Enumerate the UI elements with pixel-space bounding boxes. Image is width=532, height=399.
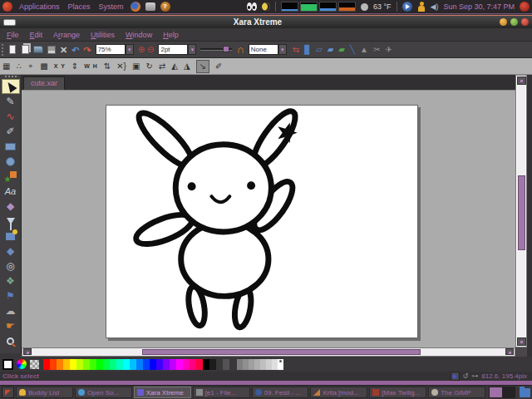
colour-swatch[interactable] — [237, 359, 243, 370]
blend-tool[interactable]: ❖ — [2, 273, 20, 288]
colour-swatch[interactable] — [57, 359, 63, 370]
snap-points-icon[interactable]: ∴ — [16, 62, 21, 71]
colour-swatch[interactable] — [90, 359, 96, 370]
colour-swatch[interactable] — [203, 359, 209, 370]
colour-swatch[interactable] — [96, 359, 103, 370]
maximize-button[interactable] — [510, 18, 518, 26]
layer-gallery-icon[interactable]: ▊ — [304, 45, 311, 55]
snap-magnet-icon[interactable]: ∩ — [236, 44, 244, 56]
vertical-scrollbar[interactable] — [515, 75, 527, 347]
feather-slider-knob[interactable] — [223, 46, 229, 52]
open-button[interactable] — [33, 46, 43, 53]
colour-swatch[interactable] — [116, 359, 123, 370]
horizontal-scroll-thumb[interactable] — [142, 349, 421, 355]
colour-swatch[interactable] — [63, 359, 70, 370]
bunny-drawing[interactable] — [106, 106, 417, 337]
task-button--max-twilig-[interactable]: [Max Twilig... — [369, 387, 426, 398]
fill-gallery-icon[interactable]: ▰ — [338, 45, 345, 55]
toolbar-grip[interactable] — [2, 44, 5, 56]
firefox-launcher-icon[interactable] — [131, 2, 140, 12]
colour-gallery-icon[interactable]: ⇆ — [293, 45, 299, 55]
save-button[interactable] — [47, 46, 56, 54]
bounds-icon[interactable]: ▣ — [132, 62, 140, 71]
mould-tool[interactable]: ⚑ — [2, 288, 20, 303]
memory-monitor[interactable] — [300, 2, 318, 12]
text-tool[interactable]: Aa — [2, 184, 20, 199]
colour-swatch[interactable] — [83, 359, 90, 370]
colour-swatch[interactable] — [196, 359, 203, 370]
line-width-dropdown-button[interactable]: ▾ — [188, 44, 196, 55]
colour-swatch[interactable] — [110, 359, 116, 370]
fill-style-combo[interactable]: ▾ — [249, 44, 287, 55]
fill-style-dropdown-button[interactable]: ▾ — [278, 44, 287, 55]
user-switcher-icon[interactable] — [417, 2, 426, 12]
colour-swatch[interactable] — [103, 359, 110, 370]
colour-swatch[interactable] — [76, 359, 83, 370]
zoom-adjust-icon-1[interactable]: ⊖ — [147, 45, 154, 55]
task-button-open-so-[interactable]: Open So... — [75, 387, 132, 398]
help-launcher-icon[interactable]: ? — [160, 2, 170, 12]
window-menu-icon[interactable] — [3, 19, 16, 26]
nudge-icon[interactable]: ⇄ — [159, 62, 165, 71]
panel-menu-applications[interactable]: Applications — [17, 2, 62, 11]
colour-editor-icon[interactable] — [17, 359, 27, 369]
colour-swatch[interactable] — [249, 359, 254, 370]
logout-icon[interactable] — [520, 2, 530, 12]
menubar-item-utilities[interactable]: Utilities — [91, 31, 115, 39]
colour-swatch[interactable] — [278, 359, 283, 370]
flip-horizontal-icon[interactable]: ◭ — [171, 62, 178, 71]
vertical-scroll-thumb[interactable] — [518, 175, 525, 250]
colour-swatch[interactable] — [243, 359, 249, 370]
task-button-buddy-list[interactable]: Buddy List — [16, 387, 73, 398]
colour-swatch[interactable] — [183, 359, 190, 370]
scroll-down-button[interactable] — [517, 337, 526, 346]
clipart-gallery-icon[interactable]: ▲ — [360, 45, 368, 55]
colour-swatch[interactable] — [272, 359, 278, 370]
media-player-applet-icon[interactable] — [402, 2, 412, 12]
export-gallery-icon[interactable]: ✈ — [385, 45, 392, 55]
size-arrows-icon[interactable]: ⇕ — [71, 62, 78, 71]
task-button-the-gimp[interactable]: The GIMP — [428, 387, 485, 398]
freehand-tool[interactable]: ✎ — [2, 94, 20, 109]
mail-launcher-icon[interactable] — [145, 2, 155, 11]
fragment-gallery-icon[interactable]: ✂ — [373, 45, 380, 55]
colour-swatch[interactable] — [170, 359, 176, 370]
line-width-input[interactable] — [158, 44, 188, 55]
document-page[interactable] — [106, 105, 418, 338]
quickshape-tool[interactable] — [2, 169, 20, 184]
selector-tool[interactable] — [2, 79, 20, 94]
workspace-2[interactable] — [502, 387, 515, 397]
line-width-combo[interactable]: ▾ — [158, 44, 196, 55]
disk-monitor[interactable] — [338, 2, 356, 12]
font-gallery-icon[interactable]: ▰ — [328, 45, 334, 55]
colour-swatch[interactable] — [50, 359, 57, 370]
menubar-item-help[interactable]: Help — [163, 31, 179, 39]
current-colour-swatch[interactable] — [2, 359, 13, 370]
document-tab[interactable]: cute.xar — [23, 76, 65, 90]
transparency-tool[interactable] — [2, 214, 20, 229]
shadow-tool[interactable] — [2, 229, 20, 244]
scale-line-widths-icon[interactable]: ↘ — [196, 60, 209, 73]
colour-swatch[interactable] — [209, 359, 216, 370]
horizontal-scrollbar[interactable] — [22, 347, 515, 357]
zoom-level-combo[interactable]: ▾ — [96, 44, 134, 55]
no-colour-swatch[interactable] — [30, 360, 39, 369]
distro-logo-icon[interactable] — [2, 2, 12, 12]
colour-swatch[interactable] — [254, 359, 260, 370]
colour-swatch[interactable] — [163, 359, 170, 370]
colour-swatch[interactable] — [266, 359, 272, 370]
close-button[interactable] — [521, 18, 529, 26]
menubar-item-edit[interactable]: Edit — [30, 31, 43, 39]
rectangle-tool[interactable] — [2, 139, 20, 154]
colour-swatch[interactable] — [123, 359, 130, 370]
redo-button[interactable]: ↷ — [83, 45, 91, 55]
feather-slider[interactable] — [200, 48, 232, 51]
scale-arrows-icon[interactable]: ⇅ — [104, 62, 111, 71]
panel-menu-places[interactable]: Places — [66, 2, 92, 11]
colour-swatch[interactable] — [43, 359, 50, 370]
task-button--e1-file-[interactable]: [e1 - File... — [193, 387, 250, 398]
menubar-item-arrange[interactable]: Arrange — [53, 31, 80, 39]
fill-style-input[interactable] — [249, 44, 278, 55]
flip-vertical-icon[interactable]: ◮ — [184, 62, 190, 71]
colour-swatch[interactable] — [190, 359, 196, 370]
